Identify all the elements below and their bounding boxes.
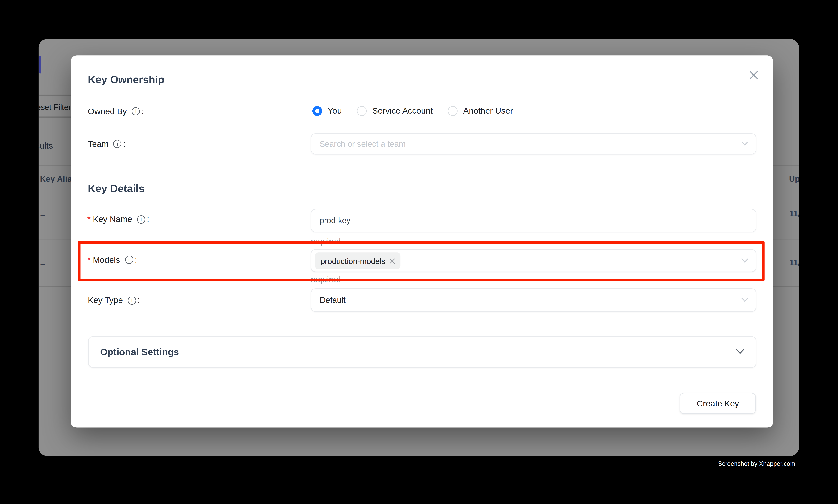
chevron-down-icon [741,142,748,146]
radio-service-account[interactable] [357,106,367,116]
annotation-highlight-rectangle [78,241,765,281]
radio-service-account-label[interactable]: Service Account [372,106,433,116]
owned-by-label-text: Owned By [88,106,127,116]
modal-section-title-ownership: Key Ownership [88,73,164,86]
column-header-updated[interactable]: Updated [789,174,799,183]
close-icon[interactable] [749,71,758,79]
label-colon: : [123,139,126,149]
owned-by-label: Owned By i : [88,106,144,116]
key-type-select-value: Default [320,295,345,305]
info-icon[interactable]: i [128,296,136,305]
table-row-key-alias-cell: – [40,259,45,268]
key-name-label-text: Key Name [93,214,132,224]
info-icon[interactable]: i [131,107,140,115]
label-colon: : [147,214,149,224]
info-icon[interactable]: i [137,215,145,223]
radio-another-user-label[interactable]: Another User [463,106,513,116]
screenshot-canvas: Reset Filters results Key Alias Updated … [0,0,838,504]
required-asterisk: * [87,214,91,224]
optional-settings-panel[interactable]: Optional Settings [88,336,756,368]
radio-another-user[interactable] [448,106,458,116]
clipped-primary-button[interactable] [39,56,41,74]
results-count-text: results [39,141,53,151]
modal-section-title-details: Key Details [88,182,144,195]
reset-filters-button[interactable]: Reset Filters [39,103,75,111]
team-select[interactable]: Search or select a team [310,133,756,155]
watermark-text: Screenshot by Xnapper.com [718,460,796,467]
owned-by-radio-group: You Service Account Another User [313,106,513,116]
key-type-label: Key Type i : [88,295,140,305]
key-name-input-value: prod-key [320,216,350,225]
key-name-label: * Key Name i : [87,214,149,224]
radio-you-label[interactable]: You [327,106,342,116]
label-colon: : [142,106,144,116]
key-type-label-text: Key Type [88,295,123,305]
info-icon[interactable]: i [113,140,122,148]
team-label: Team i : [88,139,126,149]
label-colon: : [138,295,140,305]
chevron-down-icon[interactable] [736,349,744,354]
radio-you[interactable] [313,106,322,116]
table-row-key-alias-cell: – [40,210,45,219]
key-type-select[interactable]: Default [310,288,756,311]
create-key-button[interactable]: Create Key [680,393,756,414]
key-name-input[interactable]: prod-key [310,209,756,232]
team-label-text: Team [88,139,109,149]
team-select-placeholder: Search or select a team [319,139,406,148]
table-row-updated-cell: 11/20 [789,209,799,218]
optional-settings-title: Optional Settings [100,346,179,358]
chevron-down-icon [741,298,748,302]
table-row-updated-cell: 11/20 [789,258,799,267]
